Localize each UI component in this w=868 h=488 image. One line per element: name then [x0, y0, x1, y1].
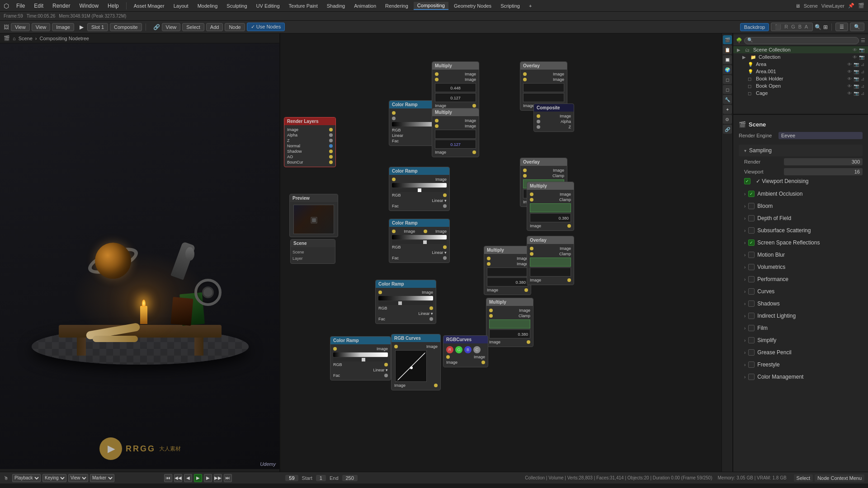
- overlay-node-3[interactable]: Overlay Image Clamp Image: [527, 236, 574, 285]
- prop-section-screen-space-reflections[interactable]: › ✓ Screen Space Reflections: [739, 237, 863, 249]
- node-select-btn[interactable]: Select: [182, 23, 204, 31]
- menu-edit[interactable]: Edit: [30, 2, 47, 10]
- prop-section-performance[interactable]: › Performance: [739, 273, 863, 285]
- modifier-tab[interactable]: 🔧: [723, 95, 732, 104]
- physics-tab[interactable]: ⚙: [723, 115, 732, 124]
- checkbox-freestyle[interactable]: [748, 361, 755, 368]
- composite-output-node[interactable]: Composite Image Alpha Z: [533, 103, 574, 132]
- particles-tab[interactable]: ✦: [723, 105, 732, 114]
- node-node-btn[interactable]: Node: [225, 23, 245, 31]
- checkbox-color-management[interactable]: [748, 374, 755, 380]
- rgb-curves-node[interactable]: RGB Curves Image Image: [391, 334, 441, 390]
- ws-uv-editing[interactable]: UV Editing: [253, 2, 283, 9]
- object-tab[interactable]: ◻: [723, 85, 732, 94]
- prop-section-curves[interactable]: › Curves: [739, 286, 863, 297]
- viewport-denoising-checkbox[interactable]: ✓: [744, 178, 750, 184]
- checkbox-performance[interactable]: [748, 276, 755, 282]
- prop-section-volumetrics[interactable]: › Volumetrics: [739, 261, 863, 273]
- constraints-tab[interactable]: 🔗: [723, 125, 732, 134]
- prop-section-indirect-lighting[interactable]: › Indirect Lighting: [739, 310, 863, 322]
- checkbox-depth-of-field[interactable]: [748, 215, 755, 221]
- render-samples-value[interactable]: 300: [784, 158, 863, 165]
- prop-section-grease-pencil[interactable]: › Grease Pencil: [739, 347, 863, 358]
- marker-select[interactable]: Marker: [90, 474, 114, 482]
- prop-section-ambient-occlusion[interactable]: › ✓ Ambient Occlusion: [739, 188, 863, 200]
- outliner-cage[interactable]: ◻ Cage 👁 📷 ⊿: [733, 89, 868, 97]
- node-add-btn[interactable]: Add: [206, 23, 223, 31]
- ws-compositing[interactable]: Compositing: [414, 2, 448, 10]
- filter-icon[interactable]: ☰: [861, 38, 865, 43]
- viewport-samples-value[interactable]: 16: [784, 168, 863, 175]
- ws-scripting[interactable]: Scripting: [497, 2, 524, 9]
- checkbox-ambient-occlusion[interactable]: ✓: [748, 191, 755, 197]
- prop-section-bloom[interactable]: › Bloom: [739, 200, 863, 212]
- color-ramp-node-4[interactable]: Color Ramp Image RGB Linear ▾ Fac: [375, 280, 436, 324]
- color-ramp-node-3[interactable]: Color Ramp ImageImage RGB Linear ▾ Fac: [389, 219, 450, 263]
- outliner-search[interactable]: 🔍: [744, 37, 859, 44]
- prop-section-shadows[interactable]: › Shadows: [739, 298, 863, 310]
- end-value[interactable]: 250: [342, 475, 358, 481]
- scene-tab[interactable]: 🌍: [723, 65, 732, 74]
- jump-start-btn[interactable]: ⏮: [164, 474, 172, 482]
- multiply-node-2[interactable]: Multiply Image Image 0.127 Image: [432, 108, 479, 157]
- prev-frame-btn[interactable]: ◀: [184, 474, 192, 482]
- menu-file[interactable]: File: [13, 2, 28, 10]
- next-frame-btn[interactable]: ▶: [204, 474, 212, 482]
- checkbox-bloom[interactable]: [748, 203, 755, 209]
- ws-texture-paint[interactable]: Texture Paint: [285, 2, 321, 9]
- blender-logo-icon[interactable]: ⬡: [4, 2, 9, 9]
- menu-help[interactable]: Help: [104, 2, 123, 10]
- view-layer-tab[interactable]: 🔲: [723, 55, 732, 64]
- menu-render[interactable]: Render: [49, 2, 74, 10]
- checkbox-screen-space-reflections[interactable]: ✓: [748, 239, 755, 246]
- image-menu-btn[interactable]: Image: [52, 23, 74, 31]
- color-ramp-node-2[interactable]: Color Ramp Image RGB Linear ▾ Fac: [389, 167, 450, 211]
- viewport-canvas[interactable]: ▶ RRGG 大人素材 Udemy: [0, 43, 280, 469]
- ws-modeling[interactable]: Modeling: [194, 2, 222, 9]
- node-context-menu[interactable]: Node Context Menu: [815, 474, 864, 482]
- render-layer-node[interactable]: Render Layers Image Alpha Z Normal Shado…: [284, 117, 336, 167]
- outliner-book-holder[interactable]: ◻ Book Holder 👁 📷 ⊿: [733, 75, 868, 82]
- checkbox-volumetrics[interactable]: [748, 264, 755, 270]
- ws-sculpting[interactable]: Sculpting: [223, 2, 250, 9]
- search-prop-btn[interactable]: 🔍: [850, 23, 864, 31]
- play-btn[interactable]: ▶: [194, 474, 202, 482]
- outliner-book-open[interactable]: ◻ Book Open 👁 📷 ⊿: [733, 82, 868, 89]
- world-tab[interactable]: ◻: [723, 75, 732, 84]
- outliner-area[interactable]: 💡 Area 👁 📷 ⊿: [733, 61, 868, 68]
- render-engine-value[interactable]: Eevee: [778, 132, 863, 139]
- composite-btn[interactable]: Composite: [110, 23, 142, 31]
- checkbox-shadows[interactable]: [748, 300, 755, 307]
- prev-keyframe-btn[interactable]: ◀◀: [174, 474, 182, 482]
- prop-section-motion-blur[interactable]: › Motion Blur: [739, 249, 863, 261]
- image-view-btn[interactable]: View: [32, 23, 51, 31]
- scene-info-node[interactable]: Scene Scene Layer: [290, 239, 335, 264]
- menu-window[interactable]: Window: [75, 2, 102, 10]
- start-value[interactable]: 1: [316, 475, 326, 481]
- keying-select[interactable]: Keying: [42, 474, 66, 482]
- view-menu-btn[interactable]: View: [11, 23, 30, 31]
- prop-section-film[interactable]: › Film: [739, 322, 863, 334]
- backdrop-btn[interactable]: Backdrop: [740, 23, 769, 31]
- playback-select[interactable]: Playback: [12, 474, 41, 482]
- ws-geometry-nodes[interactable]: Geometry Nodes: [450, 2, 495, 9]
- use-nodes-btn[interactable]: ✓ Use Nodes: [247, 23, 285, 31]
- sampling-header[interactable]: ▾ Sampling: [739, 145, 863, 156]
- jump-end-btn[interactable]: ⏭: [224, 474, 232, 482]
- render-props-tab[interactable]: 🎬: [723, 35, 732, 44]
- node-canvas[interactable]: Render Layers Image Alpha Z Normal Shado…: [280, 33, 722, 459]
- checkbox-grease-pencil[interactable]: [748, 349, 755, 356]
- prop-section-simplify[interactable]: › Simplify: [739, 334, 863, 346]
- ws-rendering[interactable]: Rendering: [382, 2, 412, 9]
- output-props-tab[interactable]: 📋: [723, 45, 732, 54]
- multiply-node-3[interactable]: Multiply Image Image 0.380 Image: [484, 246, 531, 295]
- preview-node[interactable]: Preview: [289, 194, 338, 237]
- ws-animation[interactable]: Animation: [350, 2, 380, 9]
- frame-current-value[interactable]: 59: [285, 475, 298, 481]
- checkbox-motion-blur[interactable]: [748, 252, 755, 258]
- ws-layout[interactable]: Layout: [170, 2, 192, 9]
- prop-section-subsurface-scattering[interactable]: › Subsurface Scattering: [739, 225, 863, 236]
- outliner-collection[interactable]: ▶ 📁 Collection 👁 📷: [733, 53, 868, 61]
- select-mode[interactable]: Select: [794, 474, 813, 482]
- prop-section-color-management[interactable]: › Color Management: [739, 371, 863, 383]
